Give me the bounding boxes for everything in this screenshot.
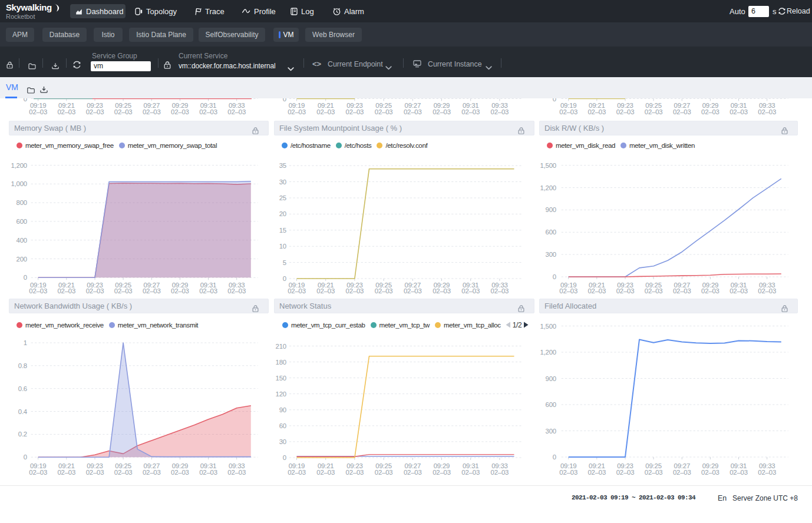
svg-text:02–03: 02–03 bbox=[227, 469, 246, 476]
svg-text:02–03: 02–03 bbox=[645, 108, 663, 115]
svg-text:120: 120 bbox=[276, 390, 286, 398]
svg-text:02–03: 02–03 bbox=[404, 287, 422, 294]
svg-text:02–03: 02–03 bbox=[559, 287, 577, 294]
svg-text:150: 150 bbox=[276, 375, 286, 382]
svg-text:02–03: 02–03 bbox=[375, 469, 393, 476]
svg-text:09:23: 09:23 bbox=[346, 102, 363, 109]
svg-text:1,200: 1,200 bbox=[540, 184, 556, 191]
svg-text:0: 0 bbox=[553, 273, 556, 280]
svg-text:180: 180 bbox=[276, 359, 286, 366]
svg-text:09:21: 09:21 bbox=[589, 102, 605, 109]
svg-text:0.6: 0.6 bbox=[18, 385, 27, 392]
svg-text:20: 20 bbox=[279, 210, 286, 217]
svg-text:02–03: 02–03 bbox=[587, 108, 606, 115]
svg-text:02–03: 02–03 bbox=[616, 469, 635, 476]
svg-text:02–03: 02–03 bbox=[461, 287, 480, 294]
svg-text:02–03: 02–03 bbox=[86, 287, 104, 294]
svg-text:02–03: 02–03 bbox=[143, 287, 161, 294]
svg-text:02–03: 02–03 bbox=[616, 287, 635, 294]
svg-text:02–03: 02–03 bbox=[199, 108, 217, 115]
svg-text:02–03: 02–03 bbox=[701, 108, 719, 115]
svg-text:09:27: 09:27 bbox=[674, 102, 691, 109]
svg-text:400: 400 bbox=[16, 237, 27, 244]
svg-text:900: 900 bbox=[546, 206, 556, 213]
svg-text:02–03: 02–03 bbox=[114, 287, 133, 294]
svg-text:1,200: 1,200 bbox=[11, 162, 27, 169]
svg-text:02–03: 02–03 bbox=[171, 469, 189, 476]
svg-text:09:33: 09:33 bbox=[491, 102, 508, 109]
svg-text:02–03: 02–03 bbox=[758, 287, 776, 294]
svg-text:600: 600 bbox=[546, 229, 556, 236]
svg-text:09:33: 09:33 bbox=[229, 102, 245, 109]
svg-text:02–03: 02–03 bbox=[57, 287, 75, 294]
svg-text:35: 35 bbox=[279, 162, 286, 169]
svg-text:25: 25 bbox=[279, 194, 286, 201]
svg-text:02–03: 02–03 bbox=[404, 469, 422, 476]
svg-text:09:23: 09:23 bbox=[617, 102, 633, 109]
svg-text:02–03: 02–03 bbox=[143, 108, 161, 115]
svg-text:600: 600 bbox=[16, 218, 27, 225]
svg-text:02–03: 02–03 bbox=[491, 287, 509, 294]
svg-text:02–03: 02–03 bbox=[375, 287, 393, 294]
svg-text:02–03: 02–03 bbox=[491, 108, 509, 115]
svg-text:15: 15 bbox=[279, 227, 286, 234]
svg-text:0: 0 bbox=[283, 454, 286, 461]
svg-text:02–03: 02–03 bbox=[57, 108, 75, 115]
svg-text:900: 900 bbox=[546, 375, 556, 382]
svg-text:09:21: 09:21 bbox=[58, 102, 75, 109]
svg-text:30: 30 bbox=[279, 178, 286, 186]
svg-text:09:33: 09:33 bbox=[759, 102, 775, 109]
svg-text:02–03: 02–03 bbox=[730, 287, 748, 294]
svg-text:09:29: 09:29 bbox=[434, 102, 450, 109]
svg-text:02–03: 02–03 bbox=[701, 287, 719, 294]
svg-text:0: 0 bbox=[24, 274, 27, 281]
svg-text:1: 1 bbox=[24, 339, 27, 346]
svg-text:09:21: 09:21 bbox=[318, 102, 334, 109]
svg-text:09:19: 09:19 bbox=[289, 102, 305, 109]
svg-text:02–03: 02–03 bbox=[29, 108, 47, 115]
svg-text:02–03: 02–03 bbox=[288, 287, 306, 294]
svg-text:09:25: 09:25 bbox=[115, 102, 131, 109]
svg-text:02–03: 02–03 bbox=[86, 108, 104, 115]
svg-text:0.2: 0.2 bbox=[18, 431, 27, 438]
svg-text:300: 300 bbox=[546, 428, 556, 435]
svg-text:02–03: 02–03 bbox=[616, 108, 635, 115]
svg-text:02–03: 02–03 bbox=[758, 108, 776, 115]
svg-text:1,000: 1,000 bbox=[11, 180, 27, 187]
svg-text:600: 600 bbox=[546, 401, 556, 408]
svg-text:09:31: 09:31 bbox=[200, 102, 217, 109]
svg-text:0.8: 0.8 bbox=[18, 362, 27, 369]
svg-text:02–03: 02–03 bbox=[587, 469, 606, 476]
svg-text:02–03: 02–03 bbox=[114, 108, 133, 115]
svg-text:02–03: 02–03 bbox=[29, 287, 47, 294]
svg-text:02–03: 02–03 bbox=[461, 469, 480, 476]
svg-text:09:25: 09:25 bbox=[375, 102, 392, 109]
svg-text:02–03: 02–03 bbox=[433, 287, 451, 294]
svg-text:02–03: 02–03 bbox=[346, 469, 364, 476]
svg-text:02–03: 02–03 bbox=[86, 469, 104, 476]
svg-text:02–03: 02–03 bbox=[29, 469, 47, 476]
svg-text:02–03: 02–03 bbox=[491, 469, 509, 476]
svg-text:02–03: 02–03 bbox=[57, 469, 75, 476]
svg-text:09:31: 09:31 bbox=[731, 102, 747, 109]
svg-text:02–03: 02–03 bbox=[288, 108, 306, 115]
svg-text:02–03: 02–03 bbox=[227, 108, 246, 115]
svg-text:02–03: 02–03 bbox=[288, 469, 306, 476]
svg-text:5: 5 bbox=[283, 259, 286, 266]
svg-text:09:27: 09:27 bbox=[144, 102, 160, 109]
svg-text:02–03: 02–03 bbox=[404, 108, 422, 115]
svg-text:02–03: 02–03 bbox=[673, 469, 691, 476]
svg-text:210: 210 bbox=[276, 343, 286, 350]
svg-text:02–03: 02–03 bbox=[559, 108, 577, 115]
svg-text:09:29: 09:29 bbox=[702, 102, 719, 109]
svg-text:800: 800 bbox=[16, 199, 27, 206]
svg-text:09:25: 09:25 bbox=[645, 102, 662, 109]
svg-text:02–03: 02–03 bbox=[433, 469, 451, 476]
svg-text:02–03: 02–03 bbox=[316, 108, 335, 115]
svg-text:0: 0 bbox=[24, 454, 27, 461]
svg-text:02–03: 02–03 bbox=[171, 108, 189, 115]
svg-text:09:19: 09:19 bbox=[30, 102, 47, 109]
svg-text:0: 0 bbox=[283, 275, 286, 282]
svg-text:30: 30 bbox=[279, 438, 286, 445]
svg-text:09:27: 09:27 bbox=[405, 102, 421, 109]
